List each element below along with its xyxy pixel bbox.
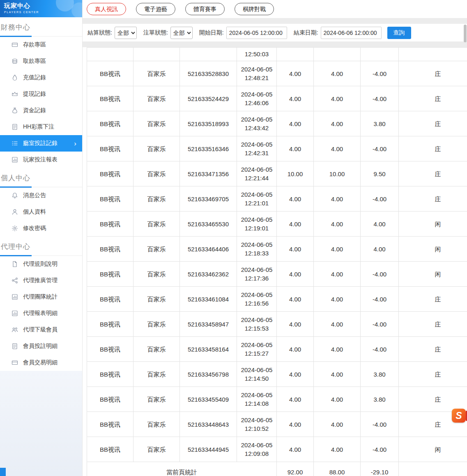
cell-result: 庄 <box>399 136 467 161</box>
sidebar-item[interactable]: 資金記錄 <box>0 102 82 119</box>
table-row: BB视讯百家乐5216334623622024-06-0512:17:364.0… <box>87 262 467 287</box>
cell-platform: BB视讯 <box>87 161 133 186</box>
sidebar-item[interactable]: 玩家投注報表 <box>0 152 82 168</box>
sidebar-item-label: 充值記錄 <box>23 74 46 81</box>
section-header: 代理中心 <box>0 237 82 256</box>
cell-game: 百家乐 <box>133 86 180 111</box>
sidebar-item[interactable]: 會員交易明細 <box>0 354 82 371</box>
cell-valid_amount: 4.00 <box>314 312 361 337</box>
settle-status-select[interactable]: 全部 <box>115 27 137 39</box>
vertical-scrollbar-thumb[interactable] <box>464 25 467 42</box>
cell-bet_amount: 4.00 <box>277 237 314 262</box>
sidebar-item-label: 提現記錄 <box>23 90 46 98</box>
cell-game: 百家乐 <box>133 437 180 462</box>
cell-valid_amount: 4.00 <box>314 136 361 161</box>
cell-platform: BB视讯 <box>87 86 133 111</box>
cell-bet_amount: 4.00 <box>277 136 314 161</box>
sidebar-item-label: 玩家投注報表 <box>23 156 58 163</box>
sidebar-item[interactable]: 取款專區 <box>0 53 82 69</box>
main-content: 真人視訊電子遊藝體育賽事棋牌對戰 結算狀態: 全部 注單狀態: 全部 開始日期:… <box>83 0 467 476</box>
cell-bet_no: 521633456798 <box>180 362 237 387</box>
settle-status-label: 結算狀態: <box>87 29 112 37</box>
cell-bet_amount: 4.00 <box>277 362 314 387</box>
table-row: BB视讯百家乐5216334589472024-06-0512:15:534.0… <box>87 312 467 337</box>
cell-platform: BB视讯 <box>87 111 133 136</box>
cell-win_loss: -4.00 <box>361 412 399 437</box>
cell-result: 闲 <box>399 237 467 262</box>
table-row: BB视讯百家乐5216334581642024-06-0512:15:274.0… <box>87 337 467 362</box>
cell-time: 2024-06-0512:15:27 <box>237 337 277 362</box>
cell-platform: BB视讯 <box>87 212 133 237</box>
cell-empty <box>133 48 180 61</box>
cell-time: 2024-06-0512:10:52 <box>237 412 277 437</box>
cell-game: 百家乐 <box>133 212 180 237</box>
sidebar-item[interactable]: 修改密碼 <box>0 220 82 237</box>
order-status-label: 注單狀態: <box>143 29 168 37</box>
cell-bet_amount: 4.00 <box>277 412 314 437</box>
tab-0[interactable]: 真人視訊 <box>87 3 126 15</box>
end-date-input[interactable] <box>321 27 382 39</box>
sidebar-item[interactable]: 存款專區 <box>0 37 82 53</box>
cell-win_loss: -4.00 <box>361 86 399 111</box>
tab-3[interactable]: 棋牌對戰 <box>235 3 274 15</box>
sidebar-item[interactable]: HH彩票下注 <box>0 119 82 135</box>
cell-empty <box>361 48 399 61</box>
tab-1[interactable]: 電子遊藝 <box>136 3 175 15</box>
section-header: 財務中心 <box>0 17 82 37</box>
cell-valid_amount: 4.00 <box>314 287 361 312</box>
drop-icon <box>12 74 18 81</box>
sidebar-item[interactable]: 充值記錄 <box>0 69 82 86</box>
sidebar-item[interactable]: 個人資料 <box>0 204 82 220</box>
share-icon <box>12 277 18 284</box>
table-row: BB视讯百家乐5216334713562024-06-0512:21:4410.… <box>87 161 467 186</box>
order-status-select[interactable]: 全部 <box>170 27 193 39</box>
chartdoc-icon <box>12 294 18 300</box>
sidebar-item[interactable]: 代理團隊統計 <box>0 289 82 305</box>
cell-empty <box>277 48 314 61</box>
cell-time: 2024-06-0512:09:08 <box>237 437 277 462</box>
cell-bet_no: 521633524429 <box>180 86 237 111</box>
cell-game: 百家乐 <box>133 262 180 287</box>
sidebar-nav: 財務中心存款專區取款專區充值記錄提現記錄資金記錄HH彩票下注廳室投註記錄›玩家投… <box>0 17 82 371</box>
cell-game: 百家乐 <box>133 337 180 362</box>
cell-bet_no: 521633465530 <box>180 212 237 237</box>
sidebar-item[interactable]: 代理報表明細 <box>0 305 82 322</box>
start-date-input[interactable] <box>226 27 287 39</box>
table-row: BB视讯百家乐5216335163462024-06-0512:42:314.0… <box>87 136 467 161</box>
sogou-input-icon[interactable]: S <box>452 409 466 423</box>
sidebar-item-label: 存款專區 <box>23 41 46 48</box>
cell-valid_amount: 4.00 <box>314 262 361 287</box>
card-icon <box>12 359 18 366</box>
sidebar-item-label: 廳室投註記錄 <box>23 140 58 147</box>
sidebar-item[interactable]: 會員投註明細 <box>0 338 82 354</box>
app-subtitle: PLAYERS CENTER <box>4 11 82 14</box>
cell-time: 2024-06-0512:15:53 <box>237 312 277 337</box>
doclines-icon <box>12 124 18 130</box>
sidebar-item[interactable]: 提現記錄 <box>0 86 82 102</box>
sidebar-item[interactable]: 代理規則說明 <box>0 256 82 272</box>
cell-time: 2024-06-0512:21:44 <box>237 161 277 186</box>
cell-win_loss: 4.00 <box>361 237 399 262</box>
menulist-icon <box>12 140 18 147</box>
app-title: 玩家中心 <box>4 2 82 10</box>
cell-result: 闲 <box>399 212 467 237</box>
users-icon <box>12 327 18 333</box>
search-button[interactable]: 查詢 <box>387 27 411 39</box>
cell-bet_amount: 4.00 <box>277 387 314 412</box>
section-header: 個人中心 <box>0 168 82 187</box>
sidebar-item[interactable]: 代理推廣管理 <box>0 272 82 289</box>
tab-2[interactable]: 體育賽事 <box>185 3 225 15</box>
sidebar: 玩家中心 PLAYERS CENTER 財務中心存款專區取款專區充值記錄提現記錄… <box>0 0 83 476</box>
cell-win_loss: -4.00 <box>361 136 399 161</box>
coins-icon <box>12 58 18 64</box>
sidebar-item[interactable]: 消息公告 <box>0 187 82 204</box>
table-footer-row: 當前頁統計92.0088.00-29.10 <box>87 462 467 476</box>
cell-valid_amount: 4.00 <box>314 437 361 462</box>
table-row: BB视讯百家乐5216334655302024-06-0512:19:014.0… <box>87 212 467 237</box>
sidebar-item[interactable]: 代理下級會員 <box>0 322 82 338</box>
sidebar-item-label: 代理推廣管理 <box>23 277 58 284</box>
sidebar-item[interactable]: 廳室投註記錄› <box>0 135 82 152</box>
cell-time: 2024-06-0512:46:06 <box>237 86 277 111</box>
sidebar-item-label: 代理報表明細 <box>23 310 58 317</box>
cell-game: 百家乐 <box>133 362 180 387</box>
